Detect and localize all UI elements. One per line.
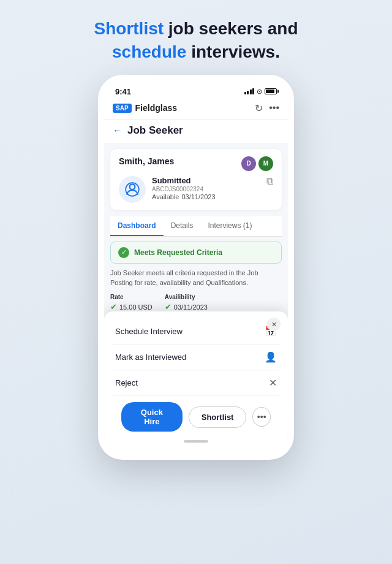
svg-point-0 (130, 184, 135, 189)
signal-icon (244, 88, 255, 94)
availability-value: 03/11/2023 (174, 303, 208, 311)
availability-label: Available (152, 193, 179, 200)
candidate-details: Submitted ABCDJS00002324 Available 03/11… (119, 176, 273, 203)
availability-col-label: Availibility (165, 294, 208, 300)
content-area: Smith, James D M Sub (104, 143, 288, 312)
mark-interviewed-label: Mark as Interviewed (115, 352, 186, 362)
criteria-badge: ✓ Meets Requested Criteria (110, 242, 282, 264)
quick-hire-button[interactable]: Quick Hire (121, 402, 183, 432)
back-button[interactable]: ← (113, 125, 123, 136)
status-icons: ⊙ (244, 88, 277, 96)
criteria-description: Job Seeker meets all criteria requested … (110, 269, 282, 288)
app-name: Fieldglass (135, 103, 177, 113)
home-indicator (184, 440, 208, 443)
avatar-row: D M (241, 156, 273, 171)
tab-dashboard[interactable]: Dashboard (110, 216, 164, 236)
schedule-interview-label: Schedule Interview (115, 327, 183, 336)
reject-label: Reject (115, 378, 138, 387)
candidate-id: ABCDJS00002324 (152, 186, 260, 192)
more-icon[interactable]: ••• (269, 102, 279, 113)
avatar-d: D (241, 156, 256, 171)
availability-date: 03/11/2023 (181, 193, 215, 200)
hero-highlight-2: schedule (112, 42, 186, 61)
avatar-m: M (258, 156, 273, 171)
hero-plain-2: interviews. (186, 42, 280, 61)
rate-label: Rate (110, 294, 153, 300)
availability-check-icon: ✔ (165, 302, 172, 311)
app-header: SAP Fieldglass ↻ ••• (104, 99, 288, 120)
bottom-sheet: ✕ Schedule Interview 📅 Mark as Interview… (104, 311, 288, 454)
rate-value: ✔ 15.00 USD (110, 302, 153, 311)
reject-icon: ✕ (269, 377, 277, 389)
candidate-info: Submitted ABCDJS00002324 Available 03/11… (152, 176, 260, 200)
action-bar: Quick Hire Shortlist ••• (113, 396, 279, 438)
availability-row: Available 03/11/2023 (152, 193, 260, 200)
availability-value-row: ✔ 03/11/2023 (165, 302, 208, 311)
rate-col: Rate ✔ 15.00 USD (110, 294, 153, 311)
sap-badge: SAP (113, 104, 132, 113)
criteria-text: Meets Requested Criteria (134, 248, 222, 257)
candidate-status: Submitted (152, 176, 260, 185)
header-actions: ↻ ••• (255, 102, 279, 114)
candidate-name: Smith, James (119, 156, 174, 166)
check-icon: ✓ (118, 247, 129, 258)
person-icon: 👤 (265, 351, 277, 363)
more-actions-button[interactable]: ••• (252, 407, 271, 427)
page-title: Job Seeker (127, 124, 183, 137)
rate-amount: 15.00 USD (119, 303, 153, 311)
copy-icon[interactable]: ⧉ (266, 176, 273, 187)
phone-screen: 9:41 ⊙ SAP Fieldglass ↻ (104, 81, 288, 454)
candidate-card: Smith, James D M Sub (110, 149, 282, 210)
sheet-item-interviewed[interactable]: Mark as Interviewed 👤 (113, 345, 279, 370)
candidate-avatar-icon (119, 176, 146, 203)
hero-plain-1: job seekers and (164, 19, 298, 38)
tab-details[interactable]: Details (164, 216, 201, 236)
nav-row: ← Job Seeker (104, 120, 288, 143)
status-time: 9:41 (115, 87, 131, 96)
wifi-icon: ⊙ (257, 88, 262, 96)
shortlist-button[interactable]: Shortlist (189, 406, 247, 428)
sheet-item-schedule[interactable]: Schedule Interview 📅 (113, 319, 279, 345)
status-bar: 9:41 ⊙ (104, 81, 288, 99)
tab-interviews[interactable]: Interviews (1) (200, 216, 259, 236)
sap-logo: SAP Fieldglass (113, 103, 177, 113)
tabs: Dashboard Details Interviews (1) (110, 216, 282, 237)
availability-col: Availibility ✔ 03/11/2023 (165, 294, 208, 311)
rate-check-icon: ✔ (110, 302, 117, 311)
rate-row: Rate ✔ 15.00 USD Availibility ✔ 03/11/20… (110, 294, 282, 311)
phone-frame: 9:41 ⊙ SAP Fieldglass ↻ (98, 75, 294, 460)
battery-icon (265, 88, 277, 94)
candidate-top: Smith, James D M (119, 156, 273, 171)
hero-heading: Shortlist job seekers and schedule inter… (70, 0, 323, 75)
refresh-icon[interactable]: ↻ (255, 102, 263, 114)
hero-highlight-1: Shortlist (94, 19, 164, 38)
sheet-item-reject[interactable]: Reject ✕ (113, 370, 279, 396)
